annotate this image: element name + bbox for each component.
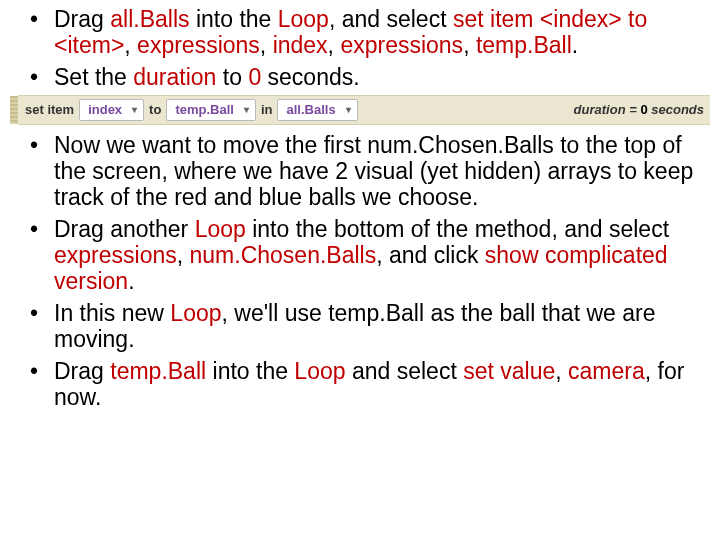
keyword-text: temp.Ball bbox=[110, 358, 206, 384]
bullet-list-top: Drag all.Balls into the Loop, and select… bbox=[10, 6, 710, 90]
code-duration-value: 0 bbox=[640, 102, 647, 117]
keyword-text: 0 bbox=[248, 64, 261, 90]
code-duration: duration = 0 seconds bbox=[574, 102, 710, 117]
body-text: Drag bbox=[54, 358, 110, 384]
code-token-index: index ▾ bbox=[79, 99, 144, 121]
body-text: to bbox=[216, 64, 248, 90]
keyword-text: expressions bbox=[137, 32, 260, 58]
dropdown-arrow-icon: ▾ bbox=[244, 104, 249, 115]
body-text: into the bbox=[206, 358, 294, 384]
keyword-text: expressions bbox=[340, 32, 463, 58]
keyword-text: set value bbox=[463, 358, 555, 384]
keyword-text: num.Chosen.Balls bbox=[190, 242, 377, 268]
code-token-item: temp.Ball ▾ bbox=[166, 99, 256, 121]
keyword-text: camera bbox=[568, 358, 645, 384]
body-text: into the bottom of the method, and selec… bbox=[246, 216, 669, 242]
body-text: and select bbox=[346, 358, 464, 384]
body-text: Set the bbox=[54, 64, 133, 90]
body-text: In this new bbox=[54, 300, 170, 326]
body-text: , bbox=[555, 358, 568, 384]
bullet-item: Now we want to move the first num.Chosen… bbox=[54, 132, 710, 210]
body-text: , bbox=[260, 32, 273, 58]
body-text: , bbox=[124, 32, 137, 58]
dropdown-arrow-icon: ▾ bbox=[132, 104, 137, 115]
bullet-item: Drag another Loop into the bottom of the… bbox=[54, 216, 710, 294]
dropdown-arrow-icon: ▾ bbox=[346, 104, 351, 115]
code-token-array: all.Balls ▾ bbox=[277, 99, 357, 121]
keyword-text: duration bbox=[133, 64, 216, 90]
body-text: , bbox=[463, 32, 476, 58]
bullet-item: In this new Loop, we'll use temp.Ball as… bbox=[54, 300, 710, 352]
keyword-text: Loop bbox=[294, 358, 345, 384]
bullet-item: Drag all.Balls into the Loop, and select… bbox=[54, 6, 710, 58]
bullet-item: Set the duration to 0 seconds. bbox=[54, 64, 710, 90]
body-text: , bbox=[328, 32, 341, 58]
code-bar: set item index ▾ to temp.Ball ▾ in all.B… bbox=[10, 96, 710, 124]
code-text-setitem: set item bbox=[22, 102, 77, 117]
keyword-text: all.Balls bbox=[110, 6, 189, 32]
body-text: , and click bbox=[376, 242, 485, 268]
code-duration-label: duration = bbox=[574, 102, 641, 117]
body-text: Now we want to move the first num.Chosen… bbox=[54, 132, 693, 210]
keyword-text: index bbox=[273, 32, 328, 58]
code-duration-unit: seconds bbox=[648, 102, 704, 117]
code-token-array-label: all.Balls bbox=[286, 102, 335, 117]
keyword-text: temp.Ball bbox=[476, 32, 572, 58]
code-bar-body: set item index ▾ to temp.Ball ▾ in all.B… bbox=[18, 95, 710, 125]
body-text: . bbox=[128, 268, 134, 294]
body-text: Drag another bbox=[54, 216, 195, 242]
keyword-text: expressions bbox=[54, 242, 177, 268]
code-bar-grip bbox=[10, 96, 18, 124]
code-text-in: in bbox=[258, 102, 276, 117]
body-text: seconds. bbox=[261, 64, 359, 90]
code-token-item-label: temp.Ball bbox=[175, 102, 234, 117]
keyword-text: Loop bbox=[278, 6, 329, 32]
body-text: , bbox=[177, 242, 190, 268]
body-text: . bbox=[572, 32, 578, 58]
slide-page: Drag all.Balls into the Loop, and select… bbox=[0, 0, 720, 426]
keyword-text: Loop bbox=[170, 300, 221, 326]
body-text: Drag bbox=[54, 6, 110, 32]
bullet-list-bottom: Now we want to move the first num.Chosen… bbox=[10, 132, 710, 410]
body-text: , and select bbox=[329, 6, 453, 32]
code-token-index-label: index bbox=[88, 102, 122, 117]
bullet-item: Drag temp.Ball into the Loop and select … bbox=[54, 358, 710, 410]
code-text-to: to bbox=[146, 102, 164, 117]
body-text: into the bbox=[190, 6, 278, 32]
keyword-text: Loop bbox=[195, 216, 246, 242]
